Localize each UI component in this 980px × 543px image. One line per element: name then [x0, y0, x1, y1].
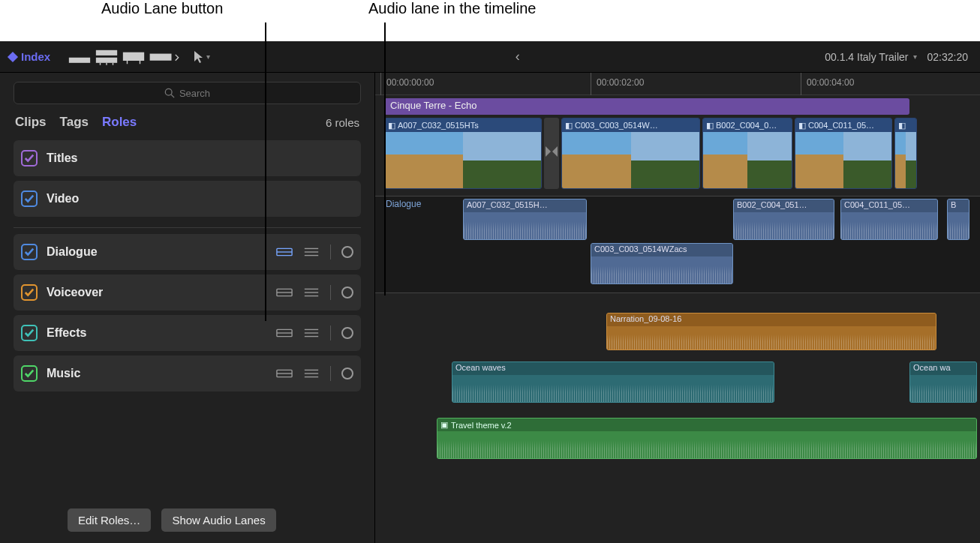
- audio-clip[interactable]: ▣Travel theme v.2: [437, 418, 977, 459]
- role-checkbox[interactable]: [21, 325, 38, 341]
- role-checkbox[interactable]: [21, 365, 38, 382]
- clip-appearance-1[interactable]: [67, 47, 92, 67]
- clip-appearance-group: [67, 47, 179, 67]
- roles-footer: Edit Roles… Show Audio Lanes: [0, 508, 374, 543]
- audio-clip[interactable]: A007_C032_0515H…: [463, 199, 587, 240]
- audio-lane-icon[interactable]: [276, 286, 293, 298]
- audio-clip[interactable]: B: [947, 199, 969, 240]
- audio-clip[interactable]: Ocean wa: [909, 362, 977, 403]
- svg-point-5: [165, 88, 172, 95]
- project-title: 00.1.4 Italy Trailer: [825, 51, 908, 63]
- index-tabs: Clips Tags Roles 6 roles: [0, 104, 374, 137]
- focus-role-icon[interactable]: [341, 286, 353, 298]
- clip-label: C003_C003_0514W…: [575, 121, 658, 130]
- role-row-video[interactable]: Video: [14, 181, 361, 217]
- svg-rect-1: [96, 50, 117, 56]
- clip-label: B002_C004_0…: [716, 121, 777, 130]
- show-audio-lanes-button[interactable]: Show Audio Lanes: [161, 508, 275, 532]
- video-clip[interactable]: ◧A007_C032_0515HTs: [384, 118, 542, 189]
- audio-clip[interactable]: B002_C004_051…: [733, 199, 834, 240]
- clip-label: A007_C032_0515HTs: [398, 121, 479, 130]
- compound-clip-icon: ▣: [440, 420, 448, 430]
- tab-clips[interactable]: Clips: [15, 115, 47, 130]
- audio-lane-icon[interactable]: [276, 246, 293, 258]
- chevron-down-icon: ▾: [913, 52, 917, 61]
- search-icon: [164, 88, 175, 98]
- role-checkbox[interactable]: [21, 190, 38, 207]
- ruler-tick: 00:00:00:00: [386, 77, 434, 88]
- project-title-menu[interactable]: 00.1.4 Italy Trailer ▾: [825, 51, 916, 63]
- search-placeholder: Search: [179, 88, 210, 99]
- audio-clip[interactable]: Ocean waves: [452, 362, 774, 403]
- timeline[interactable]: 00:00:00:0000:00:02:0000:00:04:00 Cinque…: [375, 41, 980, 543]
- role-row-dialogue[interactable]: Dialogue: [14, 234, 361, 270]
- clip-label: Ocean waves: [455, 363, 506, 372]
- transition-icon[interactable]: [544, 118, 559, 189]
- show-subroles-icon[interactable]: [303, 286, 320, 298]
- video-clip[interactable]: ◧C003_C003_0514W…: [561, 118, 700, 189]
- clip-appearance-2[interactable]: [94, 47, 119, 67]
- show-subroles-icon[interactable]: [303, 327, 320, 339]
- video-clip[interactable]: ◧: [894, 118, 917, 189]
- toolbar: Index ▾ ‹ 00.1.4 Italy Trailer ▾ 02:32:2…: [0, 41, 980, 73]
- app-window: Index ▾ ‹ 00.1.4 Italy Trailer ▾ 02:32:2…: [0, 41, 980, 543]
- svg-rect-3: [123, 52, 144, 61]
- clip-label: C004_C011_05…: [844, 200, 910, 209]
- role-label: Video: [47, 192, 79, 206]
- edit-roles-button[interactable]: Edit Roles…: [68, 508, 151, 532]
- timeline-ruler[interactable]: 00:00:00:0000:00:02:0000:00:04:00: [375, 73, 980, 95]
- focus-role-icon[interactable]: [341, 327, 353, 339]
- index-diamond-icon: [8, 51, 18, 62]
- audio-clip[interactable]: C003_C003_0514WZacs: [591, 243, 733, 284]
- select-tool[interactable]: ▾: [193, 50, 210, 64]
- project-timecode: 02:32:20: [927, 51, 969, 63]
- show-subroles-icon[interactable]: [303, 368, 320, 380]
- primary-storyline: ◧A007_C032_0515HTs ◧C003_C003_0514W… ◧B0…: [384, 118, 977, 189]
- role-row-music[interactable]: Music: [14, 356, 361, 392]
- role-row-effects[interactable]: Effects: [14, 315, 361, 351]
- clip-label: Ocean wa: [913, 363, 951, 372]
- audio-lane-icon[interactable]: [276, 327, 293, 339]
- svg-rect-4: [150, 54, 172, 61]
- role-list: Titles Video Dialogue Voiceover Effects: [0, 137, 374, 399]
- role-checkbox[interactable]: [21, 244, 38, 260]
- chevron-down-icon: ▾: [206, 52, 210, 61]
- clip-appearance-3[interactable]: [121, 47, 146, 67]
- ruler-tick: 00:00:02:00: [597, 77, 644, 88]
- video-clip[interactable]: ◧B002_C004_0…: [702, 118, 792, 189]
- clip-label: C004_C011_05…: [808, 121, 874, 130]
- role-label: Voiceover: [47, 286, 103, 299]
- tab-tags[interactable]: Tags: [60, 115, 89, 130]
- roles-index-sidebar: Search Clips Tags Roles 6 roles Titles V…: [0, 41, 375, 543]
- tab-roles[interactable]: Roles: [102, 115, 137, 130]
- role-checkbox[interactable]: [21, 150, 38, 166]
- focus-role-icon[interactable]: [341, 246, 353, 258]
- audio-clip[interactable]: Narration_09-08-16: [606, 313, 936, 350]
- clip-appearance-4[interactable]: [148, 47, 179, 67]
- roles-count: 6 roles: [326, 116, 359, 129]
- ruler-tick: 00:00:04:00: [807, 77, 854, 88]
- index-label: Index: [21, 50, 50, 63]
- focus-role-icon[interactable]: [341, 368, 353, 380]
- search-field[interactable]: Search: [14, 82, 361, 104]
- audio-lane-icon[interactable]: [276, 368, 293, 380]
- video-clip[interactable]: ◧C004_C011_05…: [795, 118, 892, 189]
- clip-label: A007_C032_0515H…: [467, 200, 548, 209]
- role-checkbox[interactable]: [21, 284, 38, 301]
- role-row-voiceover[interactable]: Voiceover: [14, 274, 361, 310]
- title-clip[interactable]: Cinque Terre - Echo: [384, 98, 909, 115]
- role-label: Effects: [47, 326, 86, 340]
- audio-clip[interactable]: C004_C011_05…: [840, 199, 938, 240]
- svg-rect-2: [96, 58, 117, 63]
- annotation-audio-lane-timeline: Audio lane in the timeline: [368, 0, 536, 17]
- index-button[interactable]: Index: [6, 50, 59, 63]
- role-label: Music: [47, 367, 80, 380]
- svg-rect-0: [69, 58, 90, 63]
- show-subroles-icon[interactable]: [303, 246, 320, 258]
- annotation-audio-lane-button: Audio Lane button: [101, 0, 223, 17]
- clip-label: B002_C004_051…: [737, 200, 807, 209]
- role-row-titles[interactable]: Titles: [14, 140, 361, 176]
- clip-label: C003_C003_0514WZacs: [594, 244, 687, 254]
- role-label: Dialogue: [47, 245, 98, 259]
- timeline-back-button[interactable]: ‹: [501, 49, 535, 64]
